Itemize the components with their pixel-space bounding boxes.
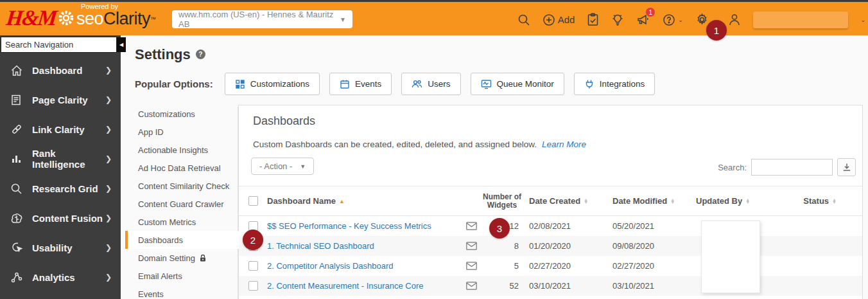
sidebar-item-page-clarity[interactable]: Page Clarity ❯ [0, 85, 121, 114]
table-search-label: Search: [718, 163, 747, 172]
column-date-modified[interactable]: Date Modified▲▼ [605, 196, 688, 206]
settings-submenu: Customizations App ID Actionable Insight… [125, 105, 238, 299]
popular-option-events[interactable]: Events [329, 73, 392, 95]
dashboards-panel: Dashboards Custom Dashboards can be crea… [238, 105, 863, 299]
table-row: 1. Technical SEO Dashboard 8 01/20/2020 … [239, 236, 862, 256]
chevron-right-icon: ❯ [105, 95, 112, 104]
row-checkbox[interactable] [248, 261, 258, 271]
add-button[interactable]: Add [542, 14, 575, 26]
annotation-step-2: 2 [243, 230, 263, 250]
settings-menu-content-guard-crawler[interactable]: Content Guard Crawler [125, 195, 238, 213]
sidebar-search-input[interactable] [1, 37, 117, 53]
email-dashboard-icon[interactable] [460, 282, 483, 290]
date-modified: 05/20/2021 [605, 221, 688, 231]
cog-logo-icon [58, 10, 74, 29]
learn-more-link[interactable]: Learn More [542, 140, 586, 149]
select-all-checkbox[interactable] [248, 196, 258, 206]
chevron-right-icon: ❯ [105, 184, 112, 193]
dashboard-link[interactable]: 2. Content Measurement - Insurance Core [267, 281, 424, 291]
action-dropdown[interactable]: - Action -▼ [251, 158, 314, 175]
chevron-right-icon: ❯ [105, 66, 112, 75]
sidebar-item-link-clarity[interactable]: Link Clarity ❯ [0, 114, 121, 144]
search-icon[interactable] [517, 14, 530, 26]
sidebar-item-analytics[interactable]: Analytics ❯ [0, 262, 121, 292]
settings-menu-events[interactable]: Events [125, 285, 238, 299]
users-icon [412, 79, 422, 89]
sidebar-item-content-fusion[interactable]: Content Fusion ❯ [0, 203, 121, 233]
popular-option-integrations[interactable]: Integrations [574, 73, 655, 95]
settings-menu-ad-hoc-data-retrieval[interactable]: Ad Hoc Data Retrieval [125, 159, 238, 177]
settings-menu-custom-metrics[interactable]: Custom Metrics [125, 213, 238, 231]
widgets-count: 5 [483, 261, 521, 271]
lock-icon [199, 254, 207, 262]
chevron-down-icon: ▼ [340, 16, 346, 23]
table-row: 2. Competitor Analysis Dashboard 5 02/27… [239, 256, 862, 276]
table-body: $$ SEO Performance - Key Success Metrics… [239, 216, 862, 296]
lightbulb-icon[interactable] [611, 13, 624, 26]
chevron-right-icon: ❯ [105, 154, 112, 163]
widgets-count: 8 [483, 241, 521, 251]
email-dashboard-icon[interactable] [460, 242, 483, 250]
sidebar-item-rank-intelligence[interactable]: Rank Intelligence ❯ [0, 144, 121, 174]
settings-menu-content-similarity-check[interactable]: Content Similarity Check [125, 177, 238, 195]
settings-menu-app-id[interactable]: App ID [125, 123, 238, 141]
table-search-input[interactable] [751, 159, 833, 176]
chevron-down-icon[interactable]: ⌄ [860, 17, 865, 23]
monitor-icon [481, 79, 492, 89]
settings-menu-actionable-insights[interactable]: Actionable Insights [125, 141, 238, 159]
dashboard-link[interactable]: $$ SEO Performance - Key Success Metrics [267, 221, 431, 231]
column-dashboard-name[interactable]: Dashboard Name▲ [267, 196, 460, 206]
hm-logo: H&M [5, 6, 57, 30]
chevron-right-icon: ❯ [105, 125, 112, 134]
date-created: 02/27/2020 [521, 261, 605, 271]
column-number-of-widgets[interactable]: Number of Widgets [483, 193, 521, 210]
sidebar-item-usability[interactable]: Usability ❯ [0, 233, 121, 262]
dashboard-link[interactable]: 1. Technical SEO Dashboard [267, 241, 374, 251]
dashboard-link[interactable]: 2. Competitor Analysis Dashboard [267, 261, 394, 271]
settings-menu-customizations[interactable]: Customizations [125, 105, 238, 123]
popular-option-queue-monitor[interactable]: Queue Monitor [471, 73, 564, 95]
top-header: H&M Powered by seoClarity™ www.hm.com (U… [0, 0, 868, 35]
tasks-icon[interactable] [587, 13, 599, 26]
sort-asc-icon: ▲ [339, 198, 345, 204]
help-menu[interactable]: ⌄ [663, 14, 683, 26]
settings-menu-dashboards[interactable]: Dashboards [125, 231, 239, 249]
sidebar-item-research-grid[interactable]: Research Grid ❯ [0, 174, 121, 203]
popular-option-customizations[interactable]: Customizations [225, 73, 320, 95]
email-dashboard-icon[interactable] [460, 222, 483, 230]
sidebar-nav: Dashboard ❯ Page Clarity ❯ Link Clarity … [0, 55, 121, 292]
domain-selector[interactable]: www.hm.com (US-en) - Hennes & Mauritz AB… [172, 10, 352, 28]
settings-menu-domain-setting[interactable]: Domain Setting [125, 249, 238, 267]
bar-chart-icon [10, 152, 24, 165]
user-profile-icon[interactable] [728, 13, 741, 26]
settings-menu-email-alerts[interactable]: Email Alerts [125, 267, 238, 285]
annotation-step-1: 1 [706, 20, 727, 41]
chevron-right-icon: ❯ [105, 213, 112, 222]
sort-icon: ▲▼ [670, 199, 675, 204]
privacy-redaction-box [701, 221, 760, 293]
row-checkbox[interactable] [248, 281, 258, 291]
date-created: 02/08/2021 [521, 221, 605, 231]
username-redacted[interactable] [753, 12, 848, 28]
date-created: 03/10/2021 [521, 281, 605, 291]
notification-badge: 1 [645, 7, 655, 17]
grid-icon [235, 79, 245, 89]
popular-option-users[interactable]: Users [401, 73, 460, 95]
magnifier-icon [10, 182, 24, 195]
date-modified: 02/27/2020 [605, 261, 688, 271]
sidebar-item-dashboard[interactable]: Dashboard ❯ [0, 55, 121, 85]
link-icon [10, 123, 24, 136]
table-header-row: Dashboard Name▲ Number of Widgets Date C… [239, 186, 862, 216]
column-updated-by[interactable]: Updated By▲▼ [688, 196, 765, 206]
column-status[interactable]: Status▲▼ [765, 196, 862, 206]
column-date-created[interactable]: Date Created▲▼ [521, 196, 605, 206]
email-dashboard-icon[interactable] [460, 262, 483, 270]
chevron-down-icon: ▼ [300, 163, 306, 170]
panel-description: Custom Dashboards can be created, edited… [253, 140, 586, 149]
sort-icon: ▲▼ [745, 199, 750, 204]
announcements-icon[interactable]: 1 [636, 13, 650, 26]
main-sidebar: ◀ Dashboard ❯ Page Clarity ❯ Link Clarit… [0, 35, 121, 299]
help-icon[interactable]: ? [196, 50, 205, 59]
popular-options-bar: Popular Options: Customizations Events U… [135, 73, 655, 95]
export-button[interactable] [837, 158, 856, 176]
